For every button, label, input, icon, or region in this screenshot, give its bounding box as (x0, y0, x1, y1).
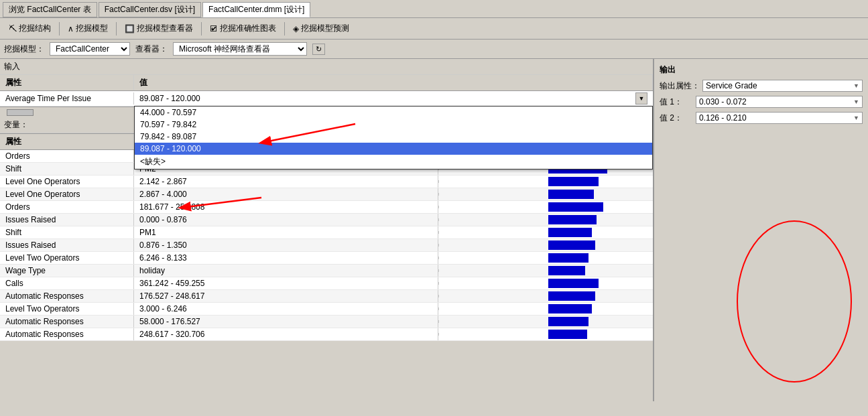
var-val-3: 2.867 - 4.000 (134, 188, 438, 200)
main-area: 输入 属性 值 Average Time Per Issue 89.087 - … (0, 59, 868, 401)
structure-icon: ⛏ (9, 24, 17, 33)
output-val1-label: 值 1： (660, 96, 693, 108)
var-row-6: Shift PM1 (0, 226, 653, 239)
output-attr-select[interactable]: Service Grade ▼ (702, 80, 863, 92)
var-body: Orders 50.000 - 181.677 Shift PM2 Level … (0, 150, 653, 401)
var-attr-2: Level One Operators (0, 176, 134, 188)
sep3 (201, 22, 202, 36)
toolbar-structure[interactable]: ⛏ 挖掘结构 (4, 21, 56, 36)
sep1 (59, 22, 60, 36)
input-header: 属性 值 (0, 75, 653, 91)
input-col2: 值 (134, 75, 653, 90)
refresh-button[interactable]: ↻ (312, 44, 325, 55)
var-row-11: Automatic Responses 176.527 - 248.617 (0, 290, 653, 303)
model-icon: ∧ (68, 24, 74, 33)
var-bar3-14 (438, 333, 546, 336)
right-panel: 输出 输出属性： Service Grade ▼ 值 1： 0.030 - 0.… (654, 59, 868, 401)
var-val-6: PM1 (134, 226, 438, 238)
var-attr-14: Automatic Responses (0, 328, 134, 340)
tab-bar: 浏览 FactCallCenter 表 FactCallCenter.dsv [… (0, 0, 868, 18)
var-bar4-14 (546, 328, 653, 340)
var-bar4-2 (546, 176, 653, 188)
input-value-0: 89.087 - 120.000 (139, 94, 634, 103)
output-val2-select[interactable]: 0.126 - 0.210 ▼ (696, 112, 863, 124)
input-attr-0: Average Time Per Issue (0, 92, 134, 105)
output-val2-label: 值 2： (660, 113, 693, 124)
hscroll-thumb[interactable] (7, 109, 34, 116)
var-val-12: 3.000 - 6.246 (134, 303, 438, 315)
viewer-bar-label: 查看器： (135, 44, 168, 55)
var-attr-4: Orders (0, 201, 134, 213)
toolbar-accuracy[interactable]: 🗹 挖掘准确性图表 (205, 21, 281, 36)
var-row-10: Calls 361.242 - 459.255 (0, 277, 653, 290)
var-row-5: Issues Raised 0.000 - 0.876 (0, 214, 653, 226)
toolbar-model[interactable]: ∧ 挖掘模型 (63, 21, 113, 36)
predict-label: 挖掘模型预测 (301, 23, 349, 34)
viewer-icon: 🔲 (125, 24, 135, 33)
input-dropdown-btn-0[interactable]: ▼ (635, 92, 647, 105)
var-bar4-11 (546, 290, 653, 302)
output-val1-row: 值 1： 0.030 - 0.072 ▼ (660, 96, 863, 108)
viewer-label: 挖掘模型查看器 (137, 23, 193, 34)
var-bar3-6 (438, 231, 546, 234)
structure-label: 挖掘结构 (19, 23, 51, 34)
dropdown-item-2[interactable]: 79.842 - 89.087 (135, 131, 652, 143)
var-attr-7: Issues Raised (0, 239, 134, 251)
var-val-9: holiday (134, 265, 438, 277)
var-bar4-9 (546, 265, 653, 277)
input-section: 输入 属性 值 Average Time Per Issue 89.087 - … (0, 59, 653, 107)
output-section: 输出 输出属性： Service Grade ▼ 值 1： 0.030 - 0.… (660, 64, 863, 128)
var-bar3-12 (438, 307, 546, 310)
output-val1-select[interactable]: 0.030 - 0.072 ▼ (696, 96, 863, 108)
var-attr-5: Issues Raised (0, 214, 134, 226)
var-attr-10: Calls (0, 277, 134, 289)
var-val-4: 181.677 - 251.808 (134, 201, 438, 213)
var-val-13: 58.000 - 176.527 (134, 316, 438, 328)
viewer-select[interactable]: Microsoft 神经网络查看器 (173, 42, 307, 56)
dropdown-item-0[interactable]: 44.000 - 70.597 (135, 107, 652, 119)
var-bar3-9 (438, 269, 546, 272)
var-attr-11: Automatic Responses (0, 290, 134, 302)
var-attr-3: Level One Operators (0, 188, 134, 200)
accuracy-icon: 🗹 (210, 24, 218, 33)
output-attr-row: 输出属性： Service Grade ▼ (660, 80, 863, 92)
dropdown-overlay: 44.000 - 70.597 70.597 - 79.842 79.842 -… (134, 106, 653, 169)
tab-dsv[interactable]: FactCallCenter.dsv [设计] (99, 2, 201, 17)
var-row-14: Automatic Responses 248.617 - 320.706 (0, 328, 653, 341)
dropdown-item-1[interactable]: 70.597 - 79.842 (135, 119, 652, 131)
output-title: 输出 (660, 64, 863, 76)
toolbar-predict[interactable]: ◈ 挖掘模型预测 (288, 21, 354, 36)
var-bar3-10 (438, 282, 546, 285)
model-select[interactable]: FactCallCenter (50, 42, 130, 56)
var-row-4: Orders 181.677 - 251.808 (0, 201, 653, 214)
dropdown-item-4[interactable]: <缺失> (135, 155, 652, 169)
var-row-13: Automatic Responses 58.000 - 176.527 (0, 316, 653, 328)
var-val-7: 0.876 - 1.350 (134, 239, 438, 251)
var-val-2: 2.142 - 2.867 (134, 176, 438, 188)
toolbar-viewer[interactable]: 🔲 挖掘模型查看器 (120, 21, 198, 36)
var-bar3-3 (438, 193, 546, 196)
var-bar4-7 (546, 239, 653, 251)
var-bar3-4 (438, 206, 546, 208)
var-bar4-10 (546, 277, 653, 289)
left-panel: 输入 属性 值 Average Time Per Issue 89.087 - … (0, 59, 654, 401)
var-attr-13: Automatic Responses (0, 316, 134, 328)
output-val1-value: 0.030 - 0.072 (699, 97, 747, 107)
var-bar4-12 (546, 303, 653, 315)
sep2 (116, 22, 117, 36)
var-bar4-6 (546, 226, 653, 238)
tab-dmm[interactable]: FactCallCenter.dmm [设计] (202, 2, 310, 17)
toolbar: ⛏ 挖掘结构 ∧ 挖掘模型 🔲 挖掘模型查看器 🗹 挖掘准确性图表 ◈ 挖掘模型… (0, 18, 868, 40)
var-bar3-8 (438, 257, 546, 259)
tab-browse[interactable]: 浏览 FactCallCenter 表 (3, 2, 97, 17)
output-attr-arrow: ▼ (853, 82, 859, 89)
var-bar4-8 (546, 252, 653, 264)
output-val2-row: 值 2： 0.126 - 0.210 ▼ (660, 112, 863, 124)
dropdown-item-3[interactable]: 89.087 - 120.000 (135, 143, 652, 155)
var-attr-8: Level Two Operators (0, 252, 134, 264)
var-row-8: Level Two Operators 6.246 - 8.133 (0, 252, 653, 265)
var-attr-6: Shift (0, 226, 134, 238)
model-bar: 挖掘模型： FactCallCenter 查看器： Microsoft 神经网络… (0, 40, 868, 59)
var-attr-9: Wage Type (0, 265, 134, 277)
input-row-0: Average Time Per Issue 89.087 - 120.000 … (0, 91, 653, 107)
